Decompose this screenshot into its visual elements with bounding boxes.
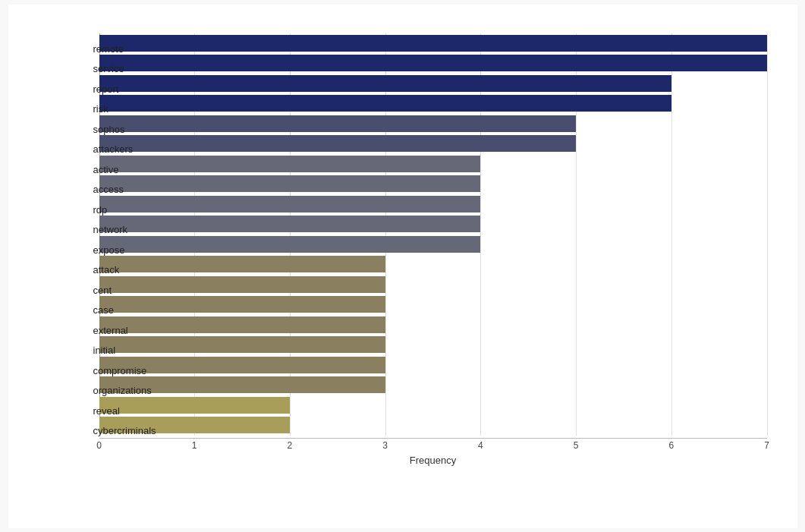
bar-row: compromise [99,357,767,373]
bar-row: risk [99,95,767,112]
bar [99,135,577,152]
bar-row: active [99,156,767,172]
bar [99,276,385,293]
bar-row: report [99,75,767,92]
bars-wrapper: remoteservicereportrisksophosattackersac… [99,33,767,436]
bar-row: organizations [99,376,767,393]
bar-row: attack [99,256,767,272]
x-tick-label: 2 [288,440,293,451]
bar [99,196,481,212]
bar-row: expose [99,236,767,253]
bar-row: cybercriminals [99,417,767,433]
x-tick-label: 7 [764,440,769,451]
bar-row: case [99,296,767,313]
x-axis-label: Frequency [99,455,767,466]
x-tick-label: 0 [96,440,102,451]
bar [99,236,481,253]
bar-row: remote [99,35,767,52]
x-tick-label: 6 [668,440,674,451]
bar [99,55,767,71]
bar [99,35,767,52]
bar-row: attackers [99,135,767,152]
bar-row: service [99,55,767,71]
bar [99,75,671,92]
bar [99,95,671,112]
chart-container: remoteservicereportrisksophosattackersac… [8,5,797,528]
bar [99,115,577,132]
bar-row: initial [99,336,767,353]
x-tick-label: 5 [574,440,579,451]
bar-row: network [99,216,767,232]
bar [99,296,385,313]
bar-row: cent [99,276,767,293]
bar [99,156,481,172]
bar-row: external [99,316,767,333]
x-tick-label: 1 [192,440,197,451]
chart-area: remoteservicereportrisksophosattackersac… [99,33,767,466]
bar [99,336,385,353]
bar-row: reveal [99,397,767,414]
bar [99,256,385,272]
grid-line [767,33,768,436]
x-tick-label: 4 [478,440,483,451]
bar [99,316,385,333]
x-axis: 01234567Frequency [99,436,767,466]
bar-row: rdp [99,196,767,212]
bar [99,175,481,192]
x-axis-line [99,438,767,439]
bar [99,216,481,232]
bar [99,397,290,414]
bar-row: sophos [99,115,767,132]
bar-row: access [99,175,767,192]
x-tick-label: 3 [382,440,388,451]
